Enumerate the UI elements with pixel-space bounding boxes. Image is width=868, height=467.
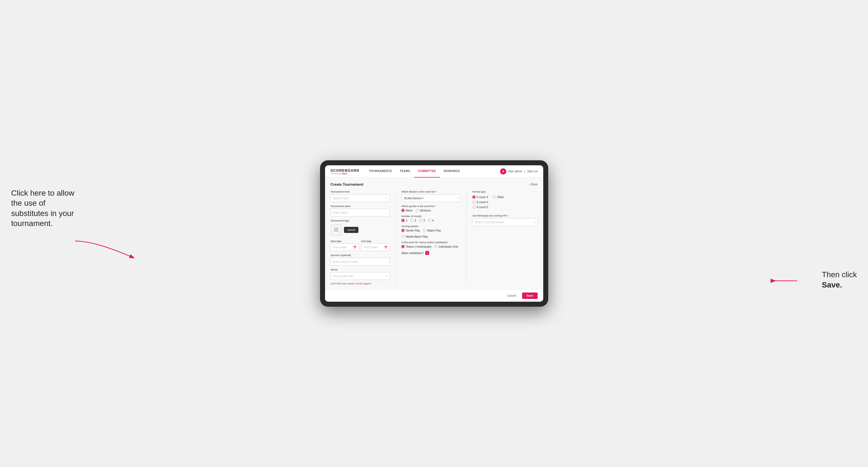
format-5count4[interactable]: 5 count 4 bbox=[472, 195, 488, 199]
tablet-screen: SCOREBOARD Powered by clippd TOURNAMENTS… bbox=[325, 165, 543, 302]
arrow-left-svg bbox=[75, 241, 136, 263]
navbar: SCOREBOARD Powered by clippd TOURNAMENTS… bbox=[325, 165, 543, 178]
gender-womens-radio[interactable] bbox=[415, 209, 419, 212]
division-select[interactable]: NCAA Division I ▾ bbox=[401, 194, 461, 202]
scoring-stroke[interactable]: Stroke Play bbox=[401, 229, 420, 232]
nav-signout[interactable]: Sign out bbox=[527, 170, 538, 173]
tournament-host-group: Tournament Host Search team ▾ bbox=[331, 190, 390, 202]
scoring-api-label: Use third-party live scoring API? bbox=[472, 214, 538, 217]
rounds-group: Number of rounds 1 2 bbox=[401, 215, 461, 222]
cancel-button[interactable]: Cancel bbox=[504, 292, 519, 299]
logo-powered: Powered by clippd bbox=[331, 173, 360, 175]
format-row-1: 5 count 4 Other bbox=[472, 195, 538, 199]
teams-label: Is this event for Teams and/or Individua… bbox=[401, 241, 461, 244]
page-wrapper: Click here to allow the use of substitut… bbox=[11, 160, 857, 307]
tournament-host-label: Tournament Host bbox=[331, 190, 390, 193]
tournament-host-input[interactable]: Search team ▾ bbox=[331, 194, 390, 202]
tournament-name-group: Tournament name bbox=[331, 205, 390, 217]
gender-mens[interactable]: Mens bbox=[401, 209, 412, 212]
venue-group: Venue Search golf club ▾ Can't find your… bbox=[331, 268, 390, 285]
teams-radio[interactable] bbox=[401, 245, 405, 248]
tournament-name-input[interactable] bbox=[331, 209, 390, 217]
format-6count4-radio[interactable] bbox=[472, 200, 475, 204]
format-label: Format type bbox=[472, 190, 538, 193]
back-button[interactable]: Back bbox=[529, 182, 538, 186]
gender-label: Which gender is the event for? bbox=[401, 205, 461, 208]
logo-preview: 🖼 bbox=[331, 224, 342, 236]
dates-group: Start date Pick a date 📅 End date bbox=[331, 238, 390, 251]
end-date-label: End date bbox=[361, 240, 371, 243]
save-button[interactable]: Save bbox=[522, 292, 537, 299]
teams-group: Is this event for Teams and/or Individua… bbox=[401, 241, 461, 248]
format-6count5-radio[interactable] bbox=[472, 206, 475, 209]
start-date-label: Start date bbox=[331, 240, 341, 243]
tournament-logo-group: Tournament logo 🖼 Upload bbox=[331, 219, 390, 236]
scoring-medal-radio[interactable] bbox=[401, 235, 405, 238]
rounds-3[interactable]: 3 bbox=[419, 219, 425, 222]
nav-tournaments[interactable]: TOURNAMENTS bbox=[365, 165, 396, 178]
calendar-icon-start: 📅 bbox=[353, 246, 356, 249]
substitutes-checkbox[interactable]: ✓ bbox=[425, 251, 429, 255]
rounds-2[interactable]: 2 bbox=[410, 219, 416, 222]
rounds-1[interactable]: 1 bbox=[401, 219, 407, 222]
logo-area: SCOREBOARD Powered by clippd bbox=[331, 168, 360, 175]
nav-rankings[interactable]: RANKINGS bbox=[440, 165, 464, 178]
scoring-match[interactable]: Match Play bbox=[423, 229, 441, 232]
date-row: Start date Pick a date 📅 End date bbox=[331, 238, 390, 251]
individuals-radio[interactable] bbox=[434, 245, 437, 248]
scoring-api-group: Use third-party live scoring API? Select… bbox=[472, 214, 538, 226]
sponsor-label: Sponsor (optional) bbox=[331, 254, 390, 257]
end-date-group: End date Pick a date 📅 bbox=[361, 238, 390, 251]
tournament-name-label: Tournament name bbox=[331, 205, 390, 208]
nav-username: blair admin bbox=[508, 170, 522, 173]
sponsor-input[interactable] bbox=[331, 258, 390, 266]
nav-teams[interactable]: TEAMS bbox=[396, 165, 414, 178]
teams-radio-group: Teams (+Individuals) Individuals Only bbox=[401, 245, 461, 248]
annotation-left: Click here to allow the use of substitut… bbox=[11, 188, 78, 229]
tablet-device: SCOREBOARD Powered by clippd TOURNAMENTS… bbox=[320, 160, 548, 307]
venue-footer: Can't find your venue? email support bbox=[331, 282, 390, 285]
format-5count4-radio[interactable] bbox=[472, 195, 475, 199]
start-date-input[interactable]: Pick a date 📅 bbox=[331, 243, 359, 251]
upload-button[interactable]: Upload bbox=[344, 227, 359, 233]
arrow-right-svg bbox=[772, 277, 800, 285]
scoring-stroke-radio[interactable] bbox=[401, 229, 405, 232]
substitutes-label: Allow substitutes? bbox=[401, 252, 424, 255]
teams-plus-individuals[interactable]: Teams (+Individuals) bbox=[401, 245, 431, 248]
gender-radio-group: Mens Womens bbox=[401, 209, 461, 212]
rounds-4[interactable]: 4 bbox=[428, 219, 434, 222]
tournament-logo-label: Tournament logo bbox=[331, 219, 390, 222]
rounds-3-radio[interactable] bbox=[419, 219, 422, 222]
rounds-2-radio[interactable] bbox=[410, 219, 413, 222]
scoring-medal[interactable]: Medal Match Play bbox=[401, 235, 428, 238]
logo-scoreboard[interactable]: SCOREBOARD bbox=[331, 168, 360, 173]
gender-group: Which gender is the event for? Mens Wome… bbox=[401, 205, 461, 212]
venue-input[interactable]: Search golf club ▾ bbox=[331, 272, 390, 280]
form-col3: Format type 5 count 4 Other bbox=[472, 190, 538, 285]
scoring-label: Scoring system bbox=[401, 225, 461, 228]
nav-right: B blair admin | Sign out bbox=[500, 168, 537, 175]
content-area: Create Tournament Back Tournament Host S… bbox=[325, 178, 543, 289]
venue-label: Venue bbox=[331, 268, 390, 271]
end-date-input[interactable]: Pick a date 📅 bbox=[361, 243, 390, 251]
format-6count5[interactable]: 6 count 5 bbox=[472, 206, 538, 209]
format-6count4[interactable]: 6 count 4 bbox=[472, 200, 538, 204]
format-other[interactable]: Other bbox=[493, 195, 504, 199]
scoring-api-select[interactable]: Select a scoring service ▾ bbox=[472, 218, 538, 226]
rounds-1-radio[interactable] bbox=[401, 219, 405, 222]
format-group: Format type 5 count 4 Other bbox=[472, 190, 538, 209]
page-title: Create Tournament bbox=[331, 182, 364, 186]
sponsor-group: Sponsor (optional) bbox=[331, 254, 390, 266]
scoring-api-arrow: ▾ bbox=[534, 221, 535, 223]
division-label: Which division is the event for? bbox=[401, 190, 461, 193]
nav-committee[interactable]: COMMITTEE bbox=[414, 165, 440, 178]
gender-womens[interactable]: Womens bbox=[415, 209, 431, 212]
image-icon: 🖼 bbox=[334, 227, 338, 232]
email-support-link[interactable]: email support bbox=[356, 282, 371, 285]
logo-upload-area: 🖼 Upload bbox=[331, 224, 390, 236]
rounds-4-radio[interactable] bbox=[428, 219, 431, 222]
format-other-radio[interactable] bbox=[493, 195, 496, 199]
individuals-only[interactable]: Individuals Only bbox=[434, 245, 458, 248]
gender-mens-radio[interactable] bbox=[401, 209, 405, 212]
scoring-match-radio[interactable] bbox=[423, 229, 426, 232]
